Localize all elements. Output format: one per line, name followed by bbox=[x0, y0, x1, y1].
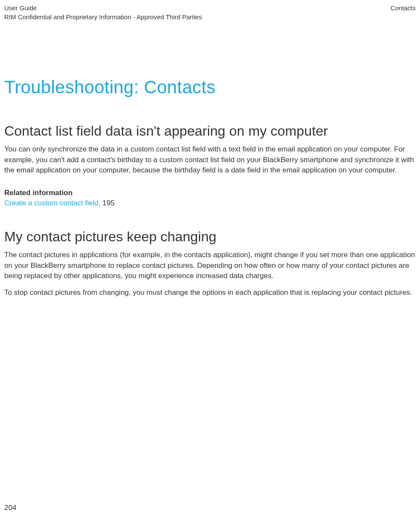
confidentiality-notice: RIM Confidential and Proprietary Informa… bbox=[4, 12, 202, 21]
section1-paragraph: You can only synchronize the data in a c… bbox=[4, 144, 416, 176]
main-title: Troubleshooting: Contacts bbox=[4, 77, 416, 98]
section1-heading: Contact list field data isn't appearing … bbox=[4, 123, 416, 139]
doc-title: User Guide bbox=[4, 3, 202, 12]
section2-paragraph2: To stop contact pictures from changing, … bbox=[4, 288, 416, 298]
section2-paragraph1: The contact pictures in applications (fo… bbox=[4, 250, 416, 282]
related-link[interactable]: Create a custom contact field, bbox=[4, 199, 103, 207]
related-information-line: Create a custom contact field, 195 bbox=[4, 199, 416, 208]
section2-heading: My contact pictures keep changing bbox=[4, 229, 416, 245]
header-section-name: Contacts bbox=[390, 3, 416, 12]
related-link-page: 195 bbox=[103, 199, 115, 207]
page-header: User Guide RIM Confidential and Propriet… bbox=[4, 3, 416, 21]
page-number: 204 bbox=[4, 504, 16, 512]
header-left: User Guide RIM Confidential and Propriet… bbox=[4, 3, 202, 21]
related-information-heading: Related information bbox=[4, 189, 416, 197]
